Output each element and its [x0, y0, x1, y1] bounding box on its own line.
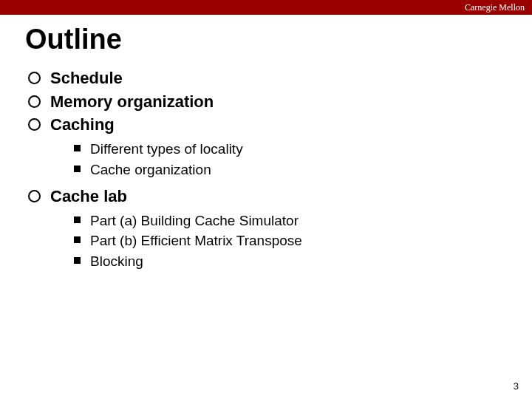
page-title: Outline: [0, 15, 532, 67]
outline-list: Schedule Memory organization Caching Dif…: [25, 67, 532, 271]
content-area: Schedule Memory organization Caching Dif…: [0, 67, 532, 271]
list-item: Cache lab Part (a) Building Cache Simula…: [25, 185, 532, 271]
slide: Carnegie Mellon Outline Schedule Memory …: [0, 0, 532, 399]
page-number: 3: [514, 381, 519, 392]
list-item-label: Cache lab: [50, 187, 127, 205]
list-item: Caching Different types of locality Cach…: [25, 114, 532, 180]
list-item-label: Caching: [50, 115, 115, 134]
sublist-item: Different types of locality: [72, 139, 532, 160]
list-item: Schedule: [25, 67, 532, 89]
sublist: Part (a) Building Cache Simulator Part (…: [50, 211, 532, 272]
sublist-item: Blocking: [72, 251, 532, 272]
list-item: Memory organization: [25, 91, 532, 113]
list-item-label: Memory organization: [50, 92, 214, 111]
sublist-item: Part (a) Building Cache Simulator: [72, 211, 532, 231]
sublist-item: Part (b) Efficient Matrix Transpose: [72, 231, 532, 251]
header-banner: Carnegie Mellon: [0, 0, 532, 15]
list-item-label: Schedule: [50, 69, 123, 87]
institution-name: Carnegie Mellon: [465, 2, 525, 13]
sublist-item: Cache organization: [72, 160, 532, 180]
sublist: Different types of locality Cache organi…: [50, 139, 532, 180]
